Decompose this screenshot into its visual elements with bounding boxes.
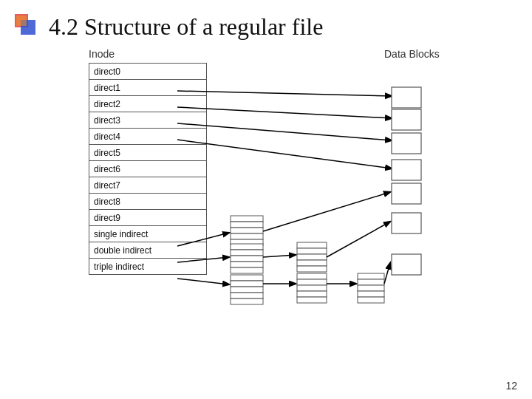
svg-rect-43	[297, 291, 327, 297]
table-row: direct7	[89, 177, 207, 194]
data-blocks-label: Data Blocks	[384, 48, 488, 60]
cell-direct6: direct6	[89, 161, 207, 177]
cell-direct2: direct2	[89, 96, 207, 112]
svg-rect-36	[231, 287, 263, 293]
svg-rect-47	[358, 279, 384, 285]
table-row: direct4	[89, 129, 207, 145]
table-row: direct5	[89, 145, 207, 161]
table-row: single indirect	[89, 226, 207, 242]
cell-single-indirect: single indirect	[89, 226, 207, 242]
svg-rect-48	[358, 285, 384, 291]
title-icon	[15, 14, 41, 41]
cell-direct9: direct9	[89, 210, 207, 226]
cell-direct1: direct1	[89, 80, 207, 96]
svg-rect-41	[297, 279, 327, 285]
svg-rect-50	[358, 297, 384, 303]
cell-direct8: direct8	[89, 194, 207, 210]
inode-section: Inode direct0 direct1 direct2 direct3 di…	[89, 48, 207, 275]
svg-rect-2	[16, 16, 27, 26]
page-title: 4.2 Structure of a regular file	[49, 13, 323, 41]
main-diagram: Inode direct0 direct1 direct2 direct3 di…	[0, 48, 532, 275]
title-area: 4.2 Structure of a regular file	[0, 0, 532, 48]
table-row: direct6	[89, 161, 207, 177]
page-number: 12	[505, 380, 517, 392]
cell-direct0: direct0	[89, 64, 207, 80]
cell-direct3: direct3	[89, 112, 207, 129]
svg-rect-35	[231, 281, 263, 287]
inode-table: direct0 direct1 direct2 direct3 direct4 …	[89, 63, 207, 275]
cell-direct4: direct4	[89, 129, 207, 145]
table-row: direct9	[89, 210, 207, 226]
table-row: direct8	[89, 194, 207, 210]
svg-rect-38	[231, 299, 263, 304]
cell-double-indirect: double indirect	[89, 242, 207, 259]
cell-direct7: direct7	[89, 177, 207, 194]
svg-rect-37	[231, 293, 263, 299]
cell-triple-indirect: triple indirect	[89, 259, 207, 275]
table-row: direct1	[89, 80, 207, 96]
cell-direct5: direct5	[89, 145, 207, 161]
svg-line-33	[177, 279, 229, 284]
table-row: direct3	[89, 112, 207, 129]
svg-rect-34	[231, 275, 263, 281]
svg-rect-49	[358, 291, 384, 297]
svg-rect-44	[297, 297, 327, 303]
table-row: double indirect	[89, 242, 207, 259]
table-row: triple indirect	[89, 259, 207, 275]
inode-label: Inode	[89, 48, 207, 60]
table-row: direct0	[89, 64, 207, 80]
table-row: direct2	[89, 96, 207, 112]
svg-rect-42	[297, 285, 327, 291]
